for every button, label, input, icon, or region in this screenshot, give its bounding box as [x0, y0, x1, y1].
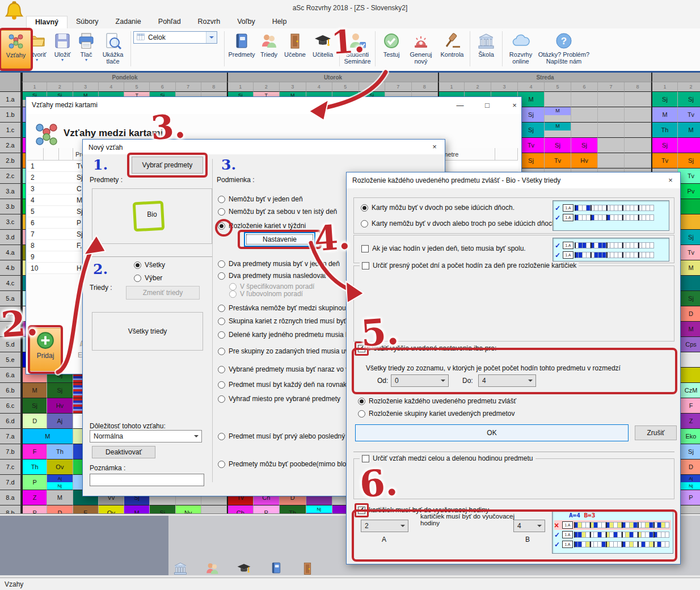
timetable-cell[interactable]: F [678, 398, 700, 414]
timetable-cell[interactable] [545, 92, 571, 107]
tab-help[interactable]: Help [264, 16, 296, 28]
timetable-cell[interactable]: M [124, 505, 150, 513]
timetable-cell[interactable]: Z [678, 414, 700, 429]
timetable-cell[interactable]: Tv [651, 153, 678, 168]
timetable-cell[interactable]: Ch [227, 505, 254, 513]
checkbox-whole-split-hour[interactable]: Určiť vzťah medzi celou a delenou hodino… [360, 454, 535, 462]
timetable-cell[interactable] [201, 505, 227, 513]
close-icon[interactable]: × [663, 174, 678, 187]
condition-radio-predmet-mus-by-prv-alebo-posle[interactable]: Predmet musí byť prvý alebo posledný [218, 432, 345, 440]
timetable-cell[interactable]: Ov [47, 460, 73, 475]
timetable-cell[interactable]: Sj [678, 230, 700, 245]
subjects-icon[interactable] [269, 561, 283, 576]
timetable-cell[interactable]: Pv [678, 184, 700, 199]
timetable-cell[interactable]: M [678, 260, 700, 276]
ribbon-button-nov[interactable]: Nový [0, 30, 24, 69]
note-input[interactable] [90, 474, 204, 486]
tab-hlavn[interactable]: Hlavný [26, 16, 68, 28]
timetable-cell[interactable] [678, 138, 700, 153]
timetable-cell[interactable]: Eko [678, 429, 700, 444]
timetable-cell[interactable] [598, 107, 625, 123]
ribbon-button-triedy[interactable]: Triedy [256, 30, 281, 69]
ok-button[interactable]: OK [355, 424, 629, 441]
timetable-cell[interactable]: M [22, 383, 47, 398]
condition-radio-vyhra-miesto-pre-vybran-predme[interactable]: Vyhraď miesto pre vybrané predmety [218, 395, 340, 403]
ribbon-button-kola[interactable]: Škola [473, 30, 500, 69]
timetable-cell[interactable]: CzM [678, 383, 700, 398]
timetable-cell[interactable]: Th [651, 123, 678, 138]
timetable-cell[interactable] [678, 276, 700, 291]
timetable-cell[interactable]: P [678, 490, 700, 505]
timetable-cell[interactable]: M [651, 107, 678, 123]
timetable-cell[interactable]: AjNj [678, 475, 700, 490]
condition-radio-predmet-mus-byt-ka-d-de-na-rov[interactable]: Predmet musí byt každý deň na rovnakej h [218, 381, 357, 389]
maximize-icon[interactable]: □ [476, 99, 499, 112]
timetable-cell[interactable]: M [545, 107, 571, 123]
timetable-cell[interactable]: M [545, 123, 571, 138]
timetable-cell[interactable]: M [47, 490, 73, 505]
timetable-cell[interactable]: D [22, 414, 47, 429]
radio-each-subject[interactable]: Rozloženie každého uvedeného predmetu zv… [358, 397, 516, 405]
radio-group-of-cards[interactable]: Rozloženie skupiny kariet uvedených pred… [358, 410, 515, 418]
timetable-cell[interactable]: Aj [47, 414, 73, 429]
timetable-cell[interactable]: Sj [678, 153, 700, 168]
ribbon-button-tla[interactable]: Tlač▾ [75, 30, 98, 69]
condition-radio-rozlo-enie-kariet-v-t-dni[interactable]: Rozloženie kariet v týždni [218, 222, 306, 230]
timetable-cell[interactable]: Tv [518, 138, 545, 153]
timetable-cell[interactable]: D [47, 505, 73, 513]
condition-radio-delen-karty-jedn-ho-predmetu-m[interactable]: Delené karty jedného predmetu musia byť [218, 331, 355, 339]
school-icon[interactable] [173, 561, 188, 578]
checkbox-apply-only-for[interactable]: Použiť vyššie uvedené nastavenia iba pre… [358, 344, 496, 352]
timetable-cell[interactable] [598, 92, 625, 107]
timetable-cell[interactable]: Sj [678, 92, 700, 107]
ribbon-button-testuj[interactable]: Testuj [378, 30, 405, 69]
timetable-cell[interactable] [678, 199, 700, 214]
timetable-cell[interactable] [678, 368, 700, 383]
condition-settings-button[interactable]: Nastavenie [244, 232, 315, 247]
condition-radio-predmety-m-u-by-poobede-mimo-b[interactable]: Predmety môžu byť poobede(mimo bloku vy [218, 460, 362, 468]
condition-radio-vybran-predmety-musia-by-naraz[interactable]: Vybrané predmety musia byť naraz vo vše [218, 365, 356, 373]
ribbon-button-ot-zky-probl-m-nap-te-n-m[interactable]: ?Otázky? Problém? Napíšte nám [537, 30, 591, 69]
classrooms-icon[interactable] [300, 561, 315, 578]
timetable-cell[interactable]: P [254, 505, 280, 513]
deactivate-button[interactable]: Deaktivovať [92, 446, 155, 458]
view-select[interactable]: Celok [133, 31, 217, 44]
chevron-down-icon[interactable] [206, 32, 217, 43]
ribbon-button-otvori[interactable]: Otvoriť▾ [24, 30, 50, 69]
timetable-cell[interactable] [625, 153, 651, 168]
condition-radio-skupina-kariet-z-r-znych-tried[interactable]: Skupina kariet z rôznych tried musí byť … [218, 317, 359, 325]
tab-zadanie[interactable]: Zadanie [107, 16, 150, 28]
timetable-cell[interactable]: M [678, 123, 700, 138]
tab-s-bory[interactable]: Súbory [68, 16, 107, 28]
timetable-cell[interactable]: Tv [545, 153, 571, 168]
timetable-cell[interactable]: Tv [678, 168, 700, 184]
condition-radio-nem-u-by-v-jeden-de[interactable]: Nemôžu byť v jeden deň [218, 195, 303, 203]
radio-all-classes[interactable]: Všetky [134, 261, 165, 269]
timetable-cell[interactable]: Sj [22, 398, 47, 414]
timetable-cell[interactable]: D [678, 306, 700, 322]
close-icon[interactable]: × [426, 140, 443, 153]
timetable-cell[interactable]: Tv [678, 245, 700, 260]
radio-cards-not-consecutive[interactable]: Karty nemôžu byť v dvoch alebo troch po … [361, 220, 558, 227]
condition-radio-nem-u-by-za-sebou-v-ten-ist-de[interactable]: Nemôžu byť za sebou v ten istý deň [218, 208, 337, 216]
timetable-cell[interactable] [571, 123, 598, 138]
importance-select[interactable]: Normálna [90, 430, 202, 442]
timetable-cell[interactable] [598, 138, 625, 153]
radio-cards-consecutive[interactable]: Karty môžu byť v dvoch po sebe idúcich d… [361, 204, 515, 212]
ribbon-button-ulo-i[interactable]: Uložiť▾ [50, 30, 75, 69]
timetable-cell[interactable]: Hv [47, 398, 73, 414]
timetable-cell[interactable] [571, 107, 598, 123]
condition-radio-pre-skupiny-zo-zadan-ch-tried-[interactable]: Pre skupiny zo zadaných tried musia uved… [218, 347, 360, 355]
ribbon-button-tudenti-semin-re[interactable]: Študenti Semináre [342, 30, 373, 69]
radio-choice-classes[interactable]: Výber [134, 274, 162, 282]
timetable-cell[interactable]: F [73, 505, 99, 513]
condition-radio-dva-predmety-musia-nasledova[interactable]: Dva predmety musia nasledovať [218, 272, 327, 280]
timetable-cell[interactable]: Th [47, 444, 73, 460]
timetable-cell[interactable]: Th [280, 505, 306, 513]
condition-radio-prest-vka-nem-e-by-medzi-skupi[interactable]: Prestávka nemôže byť medzi skupinou hodí [218, 304, 361, 312]
ribbon-button-uk-ka-tla-e[interactable]: Ukážka tlače [98, 30, 128, 69]
timetable-cell[interactable]: D [678, 460, 700, 475]
od-select[interactable]: 0 [391, 374, 449, 387]
timetable-cell[interactable] [598, 153, 625, 168]
timetable-cell[interactable]: Sj [150, 505, 175, 513]
